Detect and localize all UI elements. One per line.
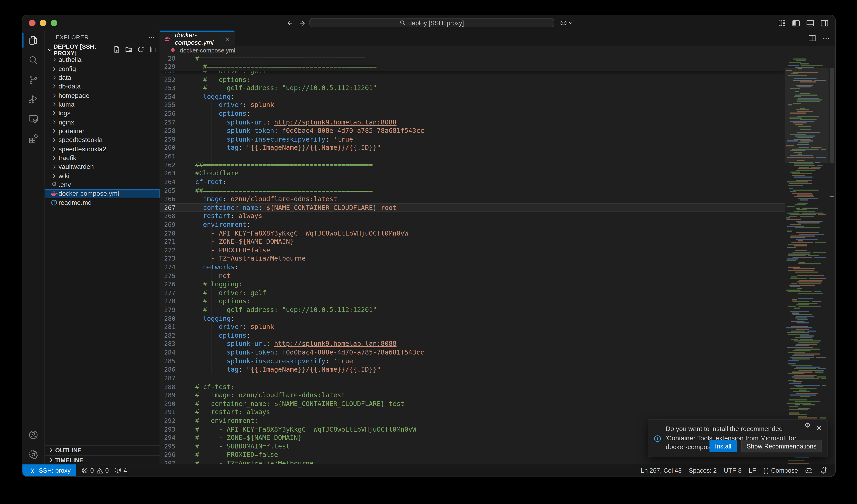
sidebar-item-config[interactable]: config [45,64,159,73]
copilot-status[interactable] [805,467,813,474]
sidebar-item-speedtestookla[interactable]: speedtestookla [45,136,159,144]
sidebar-item-traefik[interactable]: traefik [45,153,159,162]
code-line-258[interactable]: 258 splunk-token: f0d0bac4-808e-4d70-a78… [160,126,785,135]
minimap[interactable] [785,54,828,464]
code-line-252[interactable]: 252 # options: [160,75,785,84]
breadcrumb[interactable]: docker-compose.yml [160,46,835,54]
sidebar-item--env[interactable]: ⚙.env [45,180,159,189]
code-line-268[interactable]: 268 restart: always [160,212,785,220]
activity-item-settings[interactable] [22,445,44,465]
copilot-menu[interactable] [560,18,573,28]
status-item-spaces-2[interactable]: Spaces: 2 [689,467,717,474]
sidebar-item-kuma[interactable]: kuma [45,100,159,109]
install-button[interactable]: Install [709,440,737,452]
code-line-277[interactable]: 277 # driver: gelf [160,289,785,297]
command-center[interactable]: deploy [SSH: proxy] [309,18,554,28]
close-window-button[interactable] [29,20,35,26]
code-line-279[interactable]: 279 # gelf-address: "udp://10.0.5.112:12… [160,306,785,314]
code-line-254[interactable]: 254 logging: [160,92,785,101]
workspace-section-header[interactable]: DEPLOY [SSH: PROXY] [45,44,159,55]
code-line-229[interactable]: 229 #===================================… [160,63,785,71]
code-line-273[interactable]: 273 - TZ=Australia/Melbourne [160,255,785,263]
code-line-284[interactable]: 284 splunk-token: f0d0bac4-808e-4d70-a78… [160,348,785,357]
code-line-255[interactable]: 255 driver: splunk [160,101,785,109]
code-line-283[interactable]: 283 splunk-url: http://splunk9.homelab.l… [160,340,785,348]
status-item-utf-8[interactable]: UTF-8 [724,467,742,474]
code-line-274[interactable]: 274 networks: [160,263,785,272]
sidebar-item-nginx[interactable]: nginx [45,118,159,127]
code-line-282[interactable]: 282 options: [160,331,785,340]
code-line-269[interactable]: 269 environment: [160,220,785,229]
notification-close-icon[interactable] [816,425,822,431]
code-line-280[interactable]: 280 logging: [160,314,785,323]
sidebar-item-portainer[interactable]: portainer [45,127,159,136]
code-line-262[interactable]: 262##===================================… [160,160,785,169]
code-line-276[interactable]: 276 # logging: [160,280,785,289]
more-actions-icon[interactable] [823,35,830,42]
code-line-257[interactable]: 257 splunk-url: http://splunk9.homelab.l… [160,118,785,126]
remote-indicator[interactable]: SSH: proxy [22,464,76,476]
split-editor-icon[interactable] [808,34,816,42]
code-line-260[interactable]: 260 tag: "{{.ImageName}}/{{.Name}}/{{.ID… [160,144,785,152]
code-line-264[interactable]: 264cf-root: [160,177,785,186]
code-line-259[interactable]: 259 splunk-insecureskipverify: 'true' [160,135,785,144]
code-line-290[interactable]: 290# container_name: ${NAME_CONTAINER_CL… [160,399,785,408]
arrow-left-icon[interactable] [286,19,293,27]
code-line-271[interactable]: 271 - ZONE=${NAME_DOMAIN} [160,237,785,246]
code-line-261[interactable]: 261 [160,152,785,161]
code-line-267[interactable]: 267 container_name: ${NAME_CONTAINER_CLO… [160,203,785,212]
toggle-primary-sidebar-icon[interactable] [792,19,800,27]
minimap-slider[interactable] [785,68,828,163]
activity-item-search[interactable] [22,50,44,70]
code-line-297[interactable]: 297# - TZ=Australia/Melbourne [160,459,785,464]
sidebar-item-wiki[interactable]: wiki [45,171,159,180]
show-recommendations-button[interactable]: Show Recommendations [741,440,822,452]
activity-item-extensions[interactable] [22,129,44,149]
vertical-scrollbar[interactable] [828,54,835,464]
activity-item-explorer[interactable] [22,31,44,50]
status-item-compose[interactable]: { }Compose [763,467,798,474]
new-file-icon[interactable] [113,46,120,53]
sidebar-item-logs[interactable]: logs [45,109,159,118]
code-line-288[interactable]: 288# cf-test: [160,382,785,391]
activity-item-run-debug[interactable] [22,90,44,109]
timeline-section[interactable]: TIMELINE [45,455,159,465]
code-editor[interactable]: 251 # driver: gelf252 # options:253 # ge… [160,54,835,464]
toggle-secondary-sidebar-icon[interactable] [820,19,828,27]
sticky-scroll[interactable]: 28#=====================================… [160,54,785,71]
scrollbar-slider[interactable] [830,68,834,163]
collapse-all-icon[interactable] [149,46,156,53]
code-line-291[interactable]: 291# restart: always [160,408,785,416]
zoom-window-button[interactable] [51,20,57,26]
close-tab-icon[interactable]: × [225,35,230,43]
sidebar-item-docker-compose-yml[interactable]: docker-compose.yml [45,189,159,198]
code-line-287[interactable]: 287 [160,374,785,382]
code-line-253[interactable]: 253 # gelf-address: "udp://10.0.5.112:12… [160,84,785,92]
code-line-265[interactable]: 265##===================================… [160,186,785,195]
activity-item-accounts[interactable] [22,425,44,445]
bell-dot-status[interactable] [820,467,827,474]
code-line-28[interactable]: 28#=====================================… [160,54,785,63]
refresh-icon[interactable] [137,46,144,53]
code-line-272[interactable]: 272 - PROXIED=false [160,246,785,255]
sidebar-item-db-data[interactable]: db-data [45,82,159,91]
activity-item-source-control[interactable] [22,70,44,90]
new-folder-icon[interactable] [125,46,132,53]
activity-item-remote-explorer[interactable] [22,109,44,129]
code-line-256[interactable]: 256 options: [160,109,785,118]
status-item-lf[interactable]: LF [749,467,756,474]
outline-section[interactable]: OUTLINE [45,446,159,455]
minimize-window-button[interactable] [40,20,46,26]
code-line-285[interactable]: 285 splunk-insecureskipverify: 'true' [160,357,785,365]
code-line-278[interactable]: 278 # options: [160,297,785,306]
toggle-panel-icon[interactable] [806,19,814,27]
status-item-ln-267-col-43[interactable]: Ln 267, Col 43 [641,467,682,474]
code-line-286[interactable]: 286 tag: "{{.ImageName}}/{{.Name}}/{{.ID… [160,365,785,374]
ports-indicator[interactable]: 4 [114,467,127,474]
sidebar-item-speedtestookla2[interactable]: speedtestookla2 [45,144,159,153]
code-line-270[interactable]: 270 - API_KEY=Fa8X8Y3yKkgC__WqTJC8woLtLp… [160,229,785,237]
arrow-right-icon[interactable] [300,19,307,27]
code-line-266[interactable]: 266 image: oznu/cloudflare-ddns:latest [160,195,785,203]
more-actions-icon[interactable] [148,34,155,41]
problems-indicator[interactable]: 00 [82,467,109,474]
